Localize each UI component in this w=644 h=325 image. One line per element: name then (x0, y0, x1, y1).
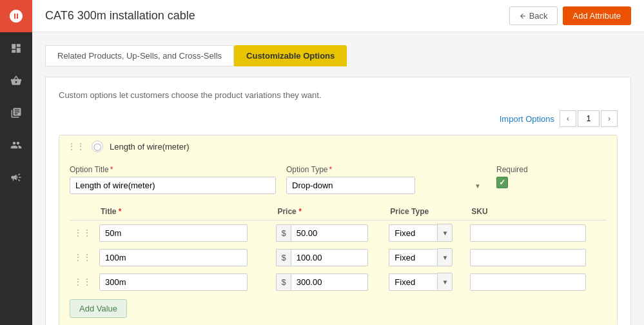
table-row: ⋮⋮ $ Fixed Percent ▼ (70, 221, 607, 246)
row-title-cell (95, 221, 272, 246)
row-drag-cell: ⋮⋮ (70, 270, 95, 294)
row-price-type-cell: Fixed Percent ▼ (385, 270, 466, 294)
pagination: ‹ › (560, 110, 618, 127)
row-price-input[interactable] (291, 224, 368, 242)
price-input-group: $ (276, 273, 381, 291)
option-title-group: Option Title* (70, 165, 276, 194)
option-drag-handle[interactable]: ⋮⋮ (67, 141, 85, 152)
option-title-label: Option Title* (70, 165, 276, 174)
row-price-type-select[interactable]: Fixed Percent (389, 224, 437, 242)
add-value-button[interactable]: Add Value (70, 299, 127, 318)
options-panel: Custom options let customers choose the … (45, 77, 631, 325)
pagination-input[interactable] (578, 110, 600, 127)
col-drag (70, 203, 95, 221)
option-required-label: Required (496, 165, 528, 174)
import-options-link[interactable]: Import Options (500, 114, 554, 124)
row-title-cell (95, 245, 272, 270)
option-type-group: Option Type* Drop-down Multiple Select R… (286, 165, 486, 194)
values-table: Title * Price * Price Type SKU (70, 203, 607, 294)
col-sku-header: SKU (466, 203, 607, 221)
price-input-group: $ (276, 224, 381, 242)
row-sku-input[interactable] (470, 273, 586, 291)
option-type-select[interactable]: Drop-down Multiple Select Radio Buttons … (286, 177, 415, 194)
price-type-btn[interactable]: ▼ (437, 224, 453, 242)
header-actions: Back Add Attribute (509, 6, 631, 25)
main-content: CAT6 300m installation cable Back Add At… (32, 0, 644, 325)
row-price-cell: $ (272, 221, 385, 246)
col-price-type-header: Price Type (385, 203, 466, 221)
row-drag-handle[interactable]: ⋮⋮ (73, 277, 92, 287)
row-sku-cell (466, 221, 607, 246)
currency-symbol: $ (276, 249, 290, 266)
row-drag-handle[interactable]: ⋮⋮ (73, 252, 92, 262)
option-header: ⋮⋮ ◯ Length of wire(meter) (59, 135, 617, 157)
add-attribute-button[interactable]: Add Attribute (563, 6, 631, 25)
option-row: ⋮⋮ ◯ Length of wire(meter) Option Title* (59, 135, 618, 325)
option-collapse-button[interactable]: ◯ (92, 141, 103, 152)
option-title-input[interactable] (70, 177, 276, 194)
row-sku-cell (466, 245, 607, 270)
row-price-type-cell: Fixed Percent ▼ (385, 221, 466, 246)
row-title-cell (95, 270, 272, 294)
pagination-next[interactable]: › (601, 110, 618, 127)
currency-symbol: $ (276, 273, 290, 291)
table-row: ⋮⋮ $ Fixed Percent ▼ (70, 270, 607, 294)
back-button[interactable]: Back (509, 6, 558, 25)
pagination-prev[interactable]: ‹ (560, 110, 576, 127)
option-required-checkbox[interactable] (496, 177, 508, 188)
sidebar-item-marketing[interactable] (0, 161, 32, 193)
row-title-input[interactable] (99, 249, 248, 266)
logo[interactable] (0, 0, 32, 32)
row-price-type-select[interactable]: Fixed Percent (389, 249, 437, 266)
row-price-cell: $ (272, 270, 385, 294)
panel-description: Custom options let customers choose the … (59, 90, 618, 100)
row-price-input[interactable] (291, 273, 368, 291)
sidebar-item-dashboard[interactable] (0, 32, 32, 64)
sidebar-item-sales[interactable] (0, 64, 32, 97)
row-price-type-select[interactable]: Fixed Percent (389, 273, 437, 291)
row-drag-handle[interactable]: ⋮⋮ (73, 228, 92, 238)
content-area: Related Products, Up-Sells, and Cross-Se… (32, 32, 644, 325)
option-type-label: Option Type* (286, 165, 486, 174)
tab-customizable-options[interactable]: Customizable Options (234, 45, 347, 66)
row-price-cell: $ (272, 245, 385, 270)
table-row: ⋮⋮ $ Fixed Percent ▼ (70, 245, 607, 270)
col-price-header: Price * (272, 203, 385, 221)
row-drag-cell: ⋮⋮ (70, 245, 95, 270)
row-sku-input[interactable] (470, 224, 586, 242)
option-form-row: Option Title* Option Type* Drop-down (70, 165, 607, 194)
price-type-select-group: Fixed Percent ▼ (389, 224, 462, 242)
row-sku-input[interactable] (470, 249, 586, 266)
currency-symbol: $ (276, 224, 290, 242)
row-title-input[interactable] (99, 273, 248, 291)
row-title-input[interactable] (99, 224, 248, 242)
page-header: CAT6 300m installation cable Back Add At… (32, 0, 644, 32)
row-drag-cell: ⋮⋮ (70, 221, 95, 246)
sidebar-item-catalog[interactable] (0, 97, 32, 129)
price-type-btn[interactable]: ▼ (437, 248, 453, 266)
option-type-select-wrapper: Drop-down Multiple Select Radio Buttons … (286, 177, 486, 194)
col-title-header: Title * (95, 203, 272, 221)
sidebar (0, 0, 32, 325)
row-sku-cell (466, 270, 607, 294)
price-type-select-group: Fixed Percent ▼ (389, 248, 462, 266)
import-options-bar: Import Options ‹ › (59, 110, 618, 127)
option-title-display: Length of wire(meter) (110, 142, 190, 152)
tab-related-products[interactable]: Related Products, Up-Sells, and Cross-Se… (45, 45, 234, 66)
row-price-type-cell: Fixed Percent ▼ (385, 245, 466, 270)
price-type-select-group: Fixed Percent ▼ (389, 273, 462, 291)
page-title: CAT6 300m installation cable (45, 9, 195, 23)
option-body: Option Title* Option Type* Drop-down (59, 157, 617, 325)
section-tabs: Related Products, Up-Sells, and Cross-Se… (45, 45, 631, 66)
price-type-btn[interactable]: ▼ (437, 273, 453, 291)
price-input-group: $ (276, 249, 381, 266)
option-required-group: Required (496, 165, 528, 188)
option-required-checkbox-group (496, 177, 528, 188)
row-price-input[interactable] (291, 249, 368, 266)
sidebar-item-customers[interactable] (0, 129, 32, 161)
